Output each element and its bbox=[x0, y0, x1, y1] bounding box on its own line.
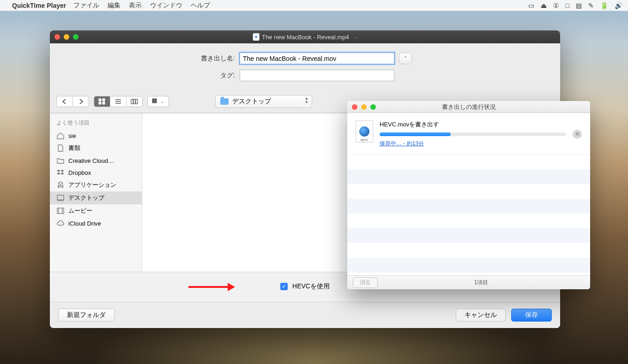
app-menu[interactable]: QuickTime Player bbox=[12, 2, 66, 9]
progress-item-name: HEVC.movを書き出す bbox=[380, 120, 566, 129]
hevc-label: HEVCを使用 bbox=[292, 282, 330, 291]
svg-rect-12 bbox=[152, 101, 154, 103]
sidebar-item-label: ムービー bbox=[68, 207, 92, 215]
svg-rect-0 bbox=[99, 99, 101, 101]
tags-input[interactable] bbox=[240, 70, 394, 81]
menu-edit[interactable]: 編集 bbox=[108, 1, 121, 10]
svg-rect-13 bbox=[155, 101, 157, 103]
svg-rect-11 bbox=[155, 99, 157, 101]
sidebar-item-label: 書類 bbox=[68, 144, 80, 152]
svg-rect-1 bbox=[103, 99, 105, 101]
svg-rect-16 bbox=[57, 208, 64, 214]
svg-rect-7 bbox=[131, 99, 133, 104]
svg-rect-14 bbox=[57, 195, 64, 200]
mov-file-icon: MOV bbox=[356, 120, 373, 143]
icon-view-button[interactable] bbox=[94, 96, 110, 107]
menu-file[interactable]: ファイル bbox=[73, 1, 99, 10]
cancel-button[interactable]: キャンセル bbox=[456, 309, 506, 322]
progress-titlebar[interactable]: 書き出しの進行状況 bbox=[347, 101, 590, 113]
nav-segment bbox=[56, 96, 89, 107]
view-segment bbox=[94, 96, 143, 107]
menu-view[interactable]: 表示 bbox=[129, 1, 142, 10]
svg-rect-9 bbox=[136, 99, 138, 104]
annotation-arrow bbox=[188, 283, 235, 291]
forward-button[interactable] bbox=[73, 96, 89, 107]
menu-help[interactable]: ヘルプ bbox=[191, 1, 210, 10]
list-view-button[interactable] bbox=[110, 96, 127, 107]
sidebar: よく使う項目 sie書類Creative Cloud…Dropboxアプリケーシ… bbox=[50, 113, 142, 272]
menu-window[interactable]: ウインドウ bbox=[150, 1, 182, 10]
sidebar-favorites-header: よく使う項目 bbox=[50, 117, 142, 130]
document-icon bbox=[253, 33, 259, 41]
location-popup[interactable]: デスクトップ ▲▼ bbox=[215, 95, 312, 108]
app-icon bbox=[56, 181, 65, 189]
desktop-icon bbox=[56, 194, 65, 202]
collapse-button[interactable]: ˆ bbox=[399, 53, 412, 64]
sidebar-item-dropbox[interactable]: Dropbox bbox=[50, 167, 142, 179]
save-button[interactable]: 保存 bbox=[511, 309, 552, 322]
zoom-icon[interactable] bbox=[370, 104, 376, 110]
clipboard-icon[interactable]: ▤ bbox=[576, 2, 582, 9]
progress-footer: 消去 1項目 bbox=[347, 275, 590, 289]
close-icon[interactable] bbox=[54, 34, 60, 40]
cloud-icon bbox=[56, 220, 65, 227]
sidebar-item-doc[interactable]: 書類 bbox=[50, 142, 142, 155]
sidebar-item-label: デスクトップ bbox=[68, 194, 104, 202]
menubar: QuickTime Player ファイル 編集 表示 ウインドウ ヘルプ ▭ … bbox=[0, 0, 628, 11]
sidebar-item-home[interactable]: sie bbox=[50, 130, 142, 142]
arrange-button[interactable]: ⌄ bbox=[148, 96, 169, 107]
location-label: デスクトップ bbox=[232, 97, 271, 106]
updown-icon: ▲▼ bbox=[305, 97, 308, 104]
dropbox-icon bbox=[56, 169, 65, 176]
svg-rect-2 bbox=[99, 102, 101, 104]
sidebar-item-folder[interactable]: Creative Cloud… bbox=[50, 155, 142, 167]
item-count: 1項目 bbox=[474, 279, 489, 286]
column-view-button[interactable] bbox=[127, 96, 142, 107]
progress-list-area bbox=[347, 155, 590, 275]
volume-icon[interactable]: 🔊 bbox=[615, 2, 622, 9]
chevron-down-icon[interactable]: ⌄ bbox=[354, 35, 357, 40]
folder-icon bbox=[56, 157, 65, 164]
clear-button[interactable]: 消去 bbox=[353, 277, 378, 288]
zoom-icon[interactable] bbox=[73, 34, 78, 40]
progress-item: MOV HEVC.movを書き出す 保存中… - 約13分 ✕ bbox=[347, 113, 590, 155]
progress-status-link[interactable]: 保存中… - 約13分 bbox=[380, 140, 424, 148]
export-name-label: 書き出し名: bbox=[198, 54, 235, 63]
sidebar-item-label: iCloud Drive bbox=[68, 220, 101, 227]
new-folder-button[interactable]: 新規フォルダ bbox=[58, 309, 115, 322]
folder-icon bbox=[220, 98, 229, 105]
minimize-icon[interactable] bbox=[361, 104, 367, 110]
sidebar-item-desktop[interactable]: デスクトップ bbox=[50, 191, 142, 204]
minimize-icon[interactable] bbox=[64, 34, 69, 40]
sidebar-item-cloud[interactable]: iCloud Drive bbox=[50, 217, 142, 229]
titlebar[interactable]: The new MacBook - Reveal.mp4 ⌄ bbox=[50, 30, 560, 43]
svg-rect-3 bbox=[103, 102, 105, 104]
movie-icon bbox=[56, 207, 65, 215]
sidebar-item-app[interactable]: アプリケーション bbox=[50, 179, 142, 191]
window-title: The new MacBook - Reveal.mp4 ⌄ bbox=[253, 33, 357, 41]
footer: 新規フォルダ キャンセル 保存 bbox=[50, 302, 560, 328]
keychain-icon[interactable]: ① bbox=[553, 2, 559, 9]
battery-icon[interactable]: 🔋 bbox=[600, 2, 608, 9]
back-button[interactable] bbox=[57, 96, 73, 107]
progress-bar bbox=[380, 132, 566, 136]
arrange-segment: ⌄ bbox=[147, 96, 169, 107]
tags-label: タグ: bbox=[198, 72, 235, 80]
sidebar-item-label: アプリケーション bbox=[68, 181, 116, 189]
pencil-icon[interactable]: ✎ bbox=[588, 2, 594, 9]
sidebar-item-label: Creative Cloud… bbox=[68, 157, 114, 164]
progress-title: 書き出しの進行状況 bbox=[442, 103, 496, 111]
hevc-checkbox[interactable]: ✓ bbox=[280, 283, 288, 290]
progress-window: 書き出しの進行状況 MOV HEVC.movを書き出す 保存中… - 約13分 … bbox=[347, 101, 590, 289]
camera-icon[interactable]: □ bbox=[566, 2, 569, 9]
cancel-export-icon[interactable]: ✕ bbox=[573, 130, 582, 139]
close-icon[interactable] bbox=[352, 104, 357, 110]
airplay-icon[interactable]: ⏏ bbox=[541, 2, 547, 9]
doc-icon bbox=[56, 144, 65, 152]
menubar-right: ▭ ⏏ ① □ ▤ ✎ 🔋 🔊 bbox=[528, 2, 622, 9]
export-name-input[interactable] bbox=[240, 53, 394, 64]
sidebar-item-label: Dropbox bbox=[68, 169, 91, 176]
display-icon[interactable]: ▭ bbox=[528, 2, 534, 9]
sidebar-item-movie[interactable]: ムービー bbox=[50, 204, 142, 217]
home-icon bbox=[56, 132, 65, 139]
